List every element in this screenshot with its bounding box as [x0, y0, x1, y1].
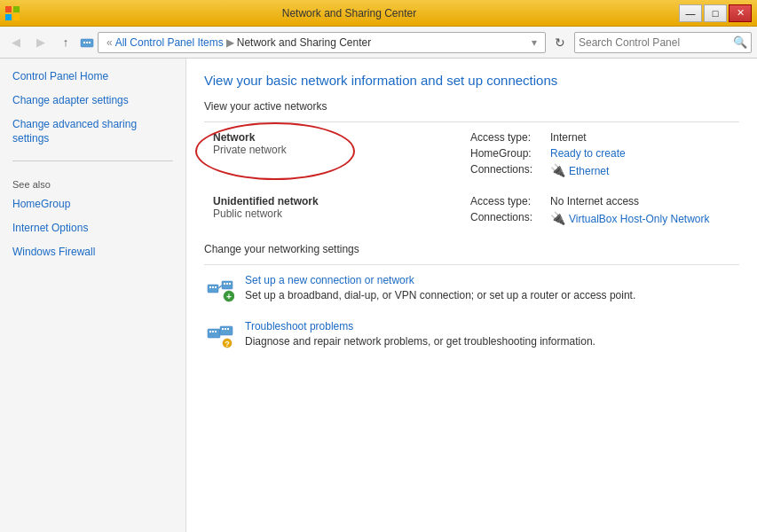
- network-1-access-type-row: Access type: Internet: [470, 131, 739, 144]
- network-1-connections-value[interactable]: 🔌Ethernet: [550, 163, 609, 177]
- forward-button[interactable]: ▶: [30, 32, 51, 53]
- svg-rect-6: [86, 42, 88, 43]
- new-connection-link[interactable]: Set up a new connection or network: [245, 274, 739, 286]
- network-2-info-col: Access type: No Internet access Connecti…: [470, 195, 739, 229]
- connections-label-2: Connections:: [470, 211, 550, 225]
- window-title: Network and Sharing Center: [20, 7, 679, 20]
- main-layout: Control Panel Home Change adapter settin…: [0, 59, 757, 532]
- svg-rect-15: [229, 283, 231, 285]
- troubleshoot-icon: ?: [204, 320, 236, 352]
- svg-rect-9: [209, 286, 211, 288]
- svg-text:?: ?: [225, 340, 230, 348]
- access-type-label-1: Access type:: [470, 131, 550, 144]
- close-button[interactable]: ✕: [729, 4, 752, 22]
- title-bar: Network and Sharing Center — □ ✕: [0, 0, 757, 27]
- window-controls: — □ ✕: [679, 4, 752, 22]
- svg-text:+: +: [226, 292, 232, 301]
- sidebar-item-control-panel-home[interactable]: Control Panel Home: [12, 69, 173, 84]
- breadcrumb-current: Network and Sharing Center: [237, 36, 371, 49]
- svg-rect-0: [5, 6, 12, 12]
- network-2-type: Public network: [213, 207, 470, 220]
- svg-rect-19: [208, 329, 220, 338]
- action-new-connection: + Set up a new connection or network Set…: [204, 274, 739, 306]
- svg-rect-3: [13, 14, 20, 20]
- network-1-name-col: Network Private network: [204, 131, 470, 156]
- sidebar-see-also: See also HomeGroup Internet Options Wind…: [12, 179, 173, 259]
- network-card-1: Network Private network Access type: Int…: [204, 131, 739, 181]
- page-title: View your basic network information and …: [204, 73, 739, 88]
- network-1-homegroup-value[interactable]: Ready to create: [550, 147, 626, 160]
- sidebar-item-change-adapter[interactable]: Change adapter settings: [12, 93, 173, 108]
- svg-rect-21: [212, 331, 214, 332]
- active-networks-label: View your active networks: [204, 100, 739, 113]
- location-icon: [80, 35, 94, 50]
- title-bar-left: [5, 6, 20, 20]
- svg-rect-5: [83, 42, 85, 43]
- svg-rect-12: [222, 281, 233, 289]
- network-1-type: Private network: [213, 144, 287, 156]
- svg-rect-1: [13, 6, 20, 12]
- network-1-name: Network: [213, 131, 287, 144]
- network-2-access-value: No Internet access: [550, 195, 639, 207]
- network-2-connections-row: Connections: 🔌VirtualBox Host-Only Netwo…: [470, 211, 739, 225]
- app-icon: [5, 6, 20, 20]
- address-bar: ◀ ▶ ↑ « All Control Panel Items ▶ Networ…: [0, 27, 757, 59]
- troubleshoot-desc: Diagnose and repair network problems, or…: [245, 335, 595, 348]
- see-also-label: See also: [12, 179, 173, 190]
- search-box: 🔍: [574, 32, 752, 53]
- active-networks-divider: [204, 121, 739, 122]
- sidebar-item-change-advanced-sharing[interactable]: Change advanced sharing settings: [12, 117, 173, 147]
- svg-rect-26: [227, 328, 229, 330]
- svg-rect-7: [89, 42, 91, 43]
- new-connection-icon: +: [204, 274, 236, 306]
- network-card-2: Unidentified network Public network Acce…: [204, 195, 739, 229]
- svg-rect-8: [208, 285, 218, 293]
- minimize-button[interactable]: —: [679, 4, 702, 22]
- sidebar-item-windows-firewall[interactable]: Windows Firewall: [12, 245, 173, 260]
- maximize-button[interactable]: □: [704, 4, 727, 22]
- network-2-name-col: Unidentified network Public network: [204, 195, 470, 220]
- sidebar: Control Panel Home Change adapter settin…: [0, 59, 186, 532]
- refresh-button[interactable]: ↻: [549, 32, 571, 53]
- network-1-info-col: Access type: Internet HomeGroup: Ready t…: [470, 131, 739, 181]
- sidebar-item-homegroup[interactable]: HomeGroup: [12, 197, 173, 212]
- breadcrumb-arrow: ▶: [226, 36, 234, 49]
- new-connection-text: Set up a new connection or network Set u…: [245, 274, 739, 301]
- svg-rect-10: [212, 286, 214, 288]
- breadcrumb-path[interactable]: « All Control Panel Items ▶ Network and …: [98, 32, 546, 53]
- network-2-name: Unidentified network: [213, 195, 470, 207]
- sidebar-divider: [12, 160, 173, 161]
- networking-settings-divider: [204, 264, 739, 265]
- networking-settings-label: Change your networking settings: [204, 243, 739, 255]
- svg-rect-11: [215, 286, 217, 288]
- network-2-connections-value[interactable]: 🔌VirtualBox Host-Only Network: [550, 211, 710, 225]
- up-button[interactable]: ↑: [55, 32, 76, 53]
- breadcrumb-separator-1: «: [106, 36, 113, 49]
- svg-rect-22: [215, 331, 217, 332]
- network-1-access-value: Internet: [550, 131, 587, 144]
- access-type-label-2: Access type:: [470, 195, 550, 207]
- svg-rect-2: [5, 14, 12, 20]
- connections-label-1: Connections:: [470, 163, 550, 177]
- troubleshoot-link[interactable]: Troubleshoot problems: [245, 320, 739, 332]
- new-connection-desc: Set up a broadband, dial-up, or VPN conn…: [245, 289, 635, 301]
- svg-line-16: [218, 286, 222, 288]
- content-area: View your basic network information and …: [186, 59, 757, 532]
- svg-rect-20: [209, 331, 211, 332]
- troubleshoot-text: Troubleshoot problems Diagnose and repai…: [245, 320, 739, 348]
- sidebar-item-internet-options[interactable]: Internet Options: [12, 221, 173, 236]
- search-icon[interactable]: 🔍: [733, 35, 747, 49]
- svg-rect-24: [222, 328, 224, 330]
- breadcrumb-dropdown-icon: ▾: [532, 36, 537, 49]
- network-1-highlight-wrapper: Network Private network: [213, 131, 287, 156]
- back-button[interactable]: ◀: [5, 32, 27, 53]
- network-1-conn-icon: 🔌: [550, 163, 565, 177]
- breadcrumb-root[interactable]: All Control Panel Items: [115, 36, 224, 49]
- svg-rect-14: [226, 283, 228, 285]
- network-1-connections-row: Connections: 🔌Ethernet: [470, 163, 739, 177]
- network-2-access-type-row: Access type: No Internet access: [470, 195, 739, 207]
- network-2-conn-icon: 🔌: [550, 211, 565, 225]
- search-input[interactable]: [579, 36, 733, 49]
- network-1-homegroup-row: HomeGroup: Ready to create: [470, 147, 739, 160]
- svg-rect-25: [225, 328, 226, 330]
